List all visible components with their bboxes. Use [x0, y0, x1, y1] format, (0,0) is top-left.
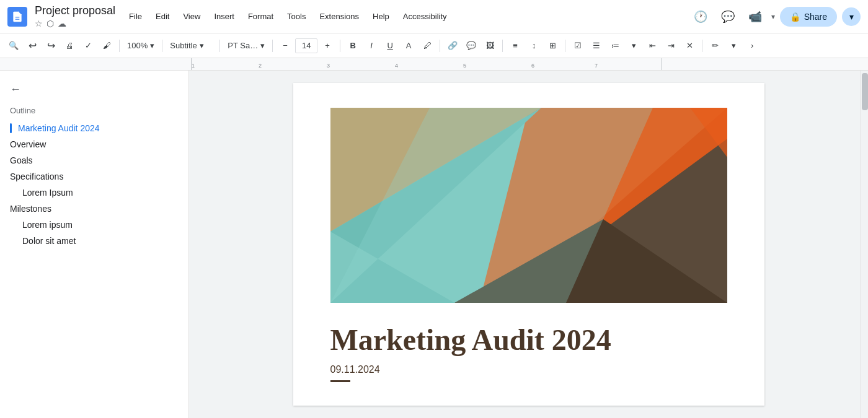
star-button[interactable]: ☆ — [35, 19, 43, 28]
top-bar: Project proposal ☆ ⬡ ☁ File Edit View In… — [0, 0, 868, 33]
menu-insert[interactable]: Insert — [208, 8, 241, 25]
menu-edit[interactable]: Edit — [149, 8, 175, 25]
image-toolbar-button[interactable]: 🖼 — [481, 37, 498, 54]
text-color-button[interactable]: A — [400, 37, 417, 54]
print-button[interactable]: 🖨 — [61, 37, 78, 54]
scrollbar-thumb[interactable] — [862, 73, 868, 110]
spellcheck-button[interactable]: ✓ — [79, 37, 97, 54]
clear-format-button[interactable]: ✕ — [681, 37, 698, 54]
outline-item-dolor-sit[interactable]: Dolor sit amet — [0, 233, 188, 249]
comment-button[interactable]: 💬 — [717, 6, 739, 28]
bold-button[interactable]: B — [344, 37, 361, 54]
menu-file[interactable]: File — [123, 8, 148, 25]
numbered-list-button[interactable]: ≔ — [606, 37, 624, 54]
font-select[interactable]: PT Sa… ▾ — [224, 37, 268, 54]
history-button[interactable]: 🕐 — [689, 6, 712, 28]
drive-button[interactable]: ⬡ — [46, 19, 54, 28]
zoom-value: 100% — [127, 41, 148, 50]
menu-help[interactable]: Help — [366, 8, 396, 25]
redo-button[interactable]: ↪ — [42, 37, 60, 54]
outline-item-marketing-audit[interactable]: Marketing Audit 2024 — [0, 120, 188, 136]
doc-header-image — [330, 108, 727, 303]
undo-button[interactable]: ↩ — [24, 37, 41, 54]
doc-title-text[interactable]: Marketing Audit 2024 — [330, 323, 727, 357]
bullet-list-button[interactable]: ☰ — [588, 37, 605, 54]
paintformat-button[interactable]: 🖌 — [98, 37, 115, 54]
outline-item-specifications[interactable]: Specifications — [0, 168, 188, 185]
divider-9 — [702, 40, 702, 52]
doc-subtitle-text[interactable]: 09.11.2024 — [330, 364, 727, 375]
italic-button[interactable]: I — [363, 37, 380, 54]
comment-toolbar-button[interactable]: 💬 — [463, 37, 480, 54]
outline-item-lorem-ipsum-2[interactable]: Lorem ipsum — [0, 217, 188, 233]
doc-title[interactable]: Project proposal — [35, 4, 115, 17]
doc-area[interactable]: Marketing Audit 2024 09.11.2024 — [189, 71, 868, 418]
edit-mode-arrow[interactable]: ▾ — [725, 37, 742, 54]
divider-7 — [502, 40, 503, 52]
menu-tools[interactable]: Tools — [281, 8, 312, 25]
decrease-font-button[interactable]: − — [277, 37, 294, 54]
outline-item-lorem-ipsum[interactable]: Lorem Ipsum — [0, 185, 188, 201]
menu-view[interactable]: View — [177, 8, 206, 25]
main-layout: ← Outline Marketing Audit 2024 Overview … — [0, 71, 868, 418]
share-label: Share — [804, 12, 827, 22]
outline-item-label: Goals — [10, 155, 33, 165]
right-scrollbar[interactable] — [861, 71, 868, 418]
outline-item-label: Specifications — [10, 172, 63, 181]
menu-accessibility[interactable]: Accessibility — [397, 8, 453, 25]
outline-item-label: Milestones — [10, 204, 51, 214]
font-size-input[interactable] — [295, 38, 317, 53]
ruler-mark-2: 2 — [259, 63, 262, 69]
outline-item-milestones[interactable]: Milestones — [0, 201, 188, 217]
outline-item-overview[interactable]: Overview — [0, 136, 188, 152]
font-arrow: ▾ — [260, 41, 265, 50]
indent-decrease-button[interactable]: ⇤ — [644, 37, 661, 54]
outline-label: Outline — [0, 103, 188, 120]
meet-button[interactable]: 📹 — [744, 6, 766, 28]
style-value: Subtitle — [170, 41, 197, 50]
style-select[interactable]: Subtitle ▾ — [166, 37, 216, 54]
indent-increase-button[interactable]: ⇥ — [662, 37, 680, 54]
sidebar-back-button[interactable]: ← — [0, 81, 188, 98]
more-toolbar-button[interactable]: › — [743, 37, 761, 54]
sidebar: ← Outline Marketing Audit 2024 Overview … — [0, 71, 189, 418]
share-button[interactable]: 🔒 Share — [780, 7, 837, 27]
checklist-button[interactable]: ☑ — [569, 37, 587, 54]
header-svg — [330, 108, 727, 303]
columns-button[interactable]: ⊞ — [544, 37, 561, 54]
outline-item-label: Marketing Audit 2024 — [18, 123, 100, 133]
divider-6 — [440, 40, 440, 52]
spacing-button[interactable]: ↕ — [525, 37, 542, 54]
ruler-inner: 1 2 3 4 5 6 7 — [191, 58, 662, 70]
outline-item-label: Lorem Ipsum — [22, 188, 73, 198]
meet-arrow[interactable]: ▾ — [771, 12, 775, 21]
top-bar-right: 🕐 💬 📹 ▾ 🔒 Share ▾ — [689, 6, 861, 28]
outline-item-goals[interactable]: Goals — [0, 152, 188, 168]
search-toolbar-button[interactable]: 🔍 — [5, 37, 22, 54]
divider-2 — [162, 40, 162, 52]
divider-3 — [219, 40, 220, 52]
more-list-button[interactable]: ▾ — [625, 37, 642, 54]
ruler: 1 2 3 4 5 6 7 — [0, 58, 868, 71]
toolbar: 🔍 ↩ ↪ 🖨 ✓ 🖌 100% ▾ Subtitle ▾ PT Sa… ▾ −… — [0, 33, 868, 58]
share-arrow-button[interactable]: ▾ — [842, 7, 861, 26]
ruler-mark-5: 5 — [463, 63, 466, 69]
doc-info: Project proposal ☆ ⬡ ☁ — [35, 4, 115, 28]
highlight-button[interactable]: 🖊 — [418, 37, 436, 54]
underline-button[interactable]: U — [381, 37, 399, 54]
menu-bar: File Edit View Insert Format Tools Exten… — [123, 8, 453, 25]
cloud-button[interactable]: ☁ — [58, 19, 66, 28]
edit-mode-button[interactable]: ✏ — [706, 37, 724, 54]
align-button[interactable]: ≡ — [507, 37, 524, 54]
back-icon: ← — [10, 83, 21, 96]
app-icon[interactable] — [7, 7, 27, 27]
doc-page: Marketing Audit 2024 09.11.2024 — [293, 83, 764, 406]
font-value: PT Sa… — [228, 41, 258, 50]
ruler-mark-1: 1 — [192, 63, 195, 69]
link-button[interactable]: 🔗 — [444, 37, 461, 54]
menu-format[interactable]: Format — [242, 8, 280, 25]
increase-font-button[interactable]: + — [319, 37, 336, 54]
divider-8 — [565, 40, 565, 52]
menu-extensions[interactable]: Extensions — [313, 8, 365, 25]
zoom-select[interactable]: 100% ▾ — [123, 37, 158, 54]
